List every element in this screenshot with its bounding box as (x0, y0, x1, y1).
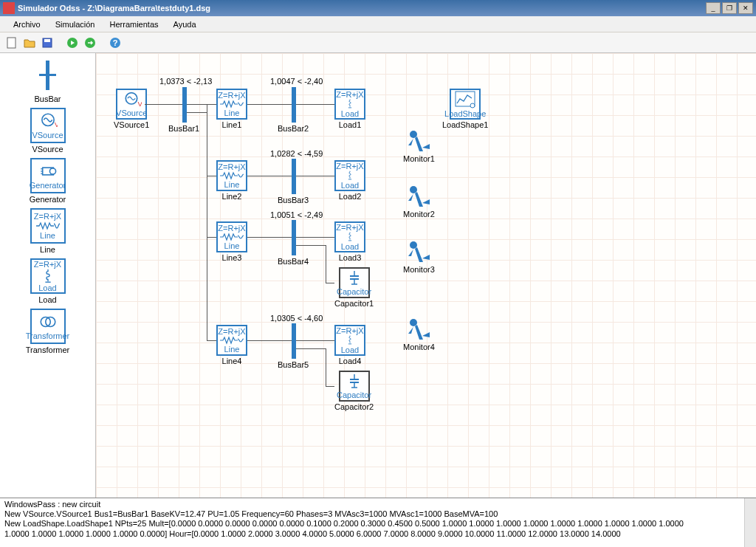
palette-generator[interactable]: Generator Generator (30, 158, 66, 204)
svg-point-19 (470, 103, 475, 108)
wire (296, 348, 326, 349)
menubar: Archivo Simulación Herramientas Ayuda (0, 16, 756, 32)
palette-load-label: Load (38, 295, 56, 304)
wire (296, 340, 334, 341)
wire (187, 104, 216, 105)
node-loadshape1[interactable]: LoadShape LoadShape1 (442, 89, 488, 129)
open-file-button[interactable] (22, 35, 37, 50)
monitor-icon (404, 127, 433, 154)
toolbar: ? (0, 32, 756, 53)
node-line3[interactable]: Z=R+jXLine Line3 (216, 221, 247, 262)
palette-vsource-label: VSource (32, 145, 63, 154)
node-line1[interactable]: Z=R+jXLine Line1 (216, 89, 247, 129)
component-palette: BusBar VVSource VSource Generator Genera… (0, 53, 96, 498)
annotation-busbar1: 1,0373 < -2,13 (159, 77, 212, 86)
svg-point-33 (410, 319, 417, 326)
node-busbar1[interactable] (182, 87, 187, 123)
label-busbar5: BusBar5 (278, 360, 309, 369)
node-monitor2[interactable]: Monitor2 (403, 182, 435, 219)
label-busbar3: BusBar3 (278, 196, 309, 204)
palette-busbar[interactable]: BusBar (30, 58, 66, 103)
console-line: WindowsPass : new circuit (4, 500, 752, 509)
monitor-icon (404, 315, 433, 342)
wire (326, 348, 326, 386)
menu-herramientas[interactable]: Herramientas (103, 18, 166, 31)
svg-text:?: ? (113, 38, 118, 47)
run-button[interactable] (65, 35, 80, 50)
palette-transformer-label: Transformer (26, 345, 70, 354)
svg-point-20 (410, 131, 417, 138)
wire (326, 245, 326, 283)
node-monitor3[interactable]: Monitor3 (403, 238, 435, 274)
svg-rect-2 (44, 39, 50, 42)
titlebar: Simulador Odss - Z:\DiagramaBarra\testdu… (0, 0, 756, 16)
node-monitor1[interactable]: Monitor1 (403, 127, 435, 163)
node-busbar2[interactable] (292, 87, 296, 123)
node-load4[interactable]: Z=R+jXLoad Load4 (334, 325, 365, 365)
monitor-icon (404, 182, 433, 209)
save-file-button[interactable] (40, 35, 55, 50)
wire (247, 237, 292, 238)
workspace: BusBar VVSource VSource Generator Genera… (0, 53, 756, 498)
menu-ayuda[interactable]: Ayuda (166, 18, 204, 31)
wire (145, 104, 182, 105)
palette-busbar-label: BusBar (34, 94, 61, 103)
label-busbar2: BusBar2 (278, 124, 309, 133)
wire (326, 283, 334, 283)
close-button[interactable]: ✕ (738, 2, 753, 14)
wire (187, 112, 207, 113)
svg-point-21 (410, 186, 417, 193)
output-console[interactable]: WindowsPass : new circuit New VSource.VS… (0, 498, 756, 547)
svg-text:V: V (54, 121, 57, 128)
palette-line[interactable]: Z=R+jXLine Line (30, 208, 66, 254)
node-capacitor1[interactable]: Capacitor Capacitor1 (334, 267, 374, 308)
next-button[interactable] (83, 35, 97, 50)
label-busbar4: BusBar4 (278, 257, 309, 266)
node-line2[interactable]: Z=R+jXLine Line2 (216, 160, 247, 201)
palette-load[interactable]: Z=R+jXLoad Load (30, 258, 66, 304)
wire (207, 237, 216, 238)
node-vsource1[interactable]: VVSource VSource1 (114, 89, 149, 129)
minimize-button[interactable]: _ (706, 2, 721, 14)
node-capacitor2[interactable]: Capacitor Capacitor2 (334, 371, 374, 411)
wire (296, 237, 334, 238)
palette-generator-label: Generator (30, 195, 66, 204)
wire (296, 245, 326, 246)
wire (296, 176, 334, 176)
node-line4[interactable]: Z=R+jXLine Line4 (216, 325, 247, 365)
node-load2[interactable]: Z=R+jXLoad Load2 (334, 160, 365, 201)
node-busbar3[interactable] (292, 159, 296, 194)
wire (247, 104, 292, 105)
svg-text:V: V (138, 100, 142, 108)
node-monitor4[interactable]: Monitor4 (403, 315, 435, 351)
label-busbar1: BusBar1 (168, 124, 199, 133)
annotation-busbar2: 1,0047 < -2,40 (270, 77, 323, 86)
palette-vsource[interactable]: VVSource VSource (30, 108, 66, 154)
node-load3[interactable]: Z=R+jXLoad Load3 (334, 221, 365, 262)
palette-transformer[interactable]: Transformer Transformer (26, 309, 70, 354)
console-line: 1.0000 1.0000 1.0000 1.0000 1.0000 0.000… (4, 529, 752, 539)
new-file-button[interactable] (4, 35, 19, 50)
annotation-busbar5: 1,0305 < -4,60 (270, 314, 323, 323)
wire (247, 340, 292, 341)
maximize-button[interactable]: ❐ (722, 2, 737, 14)
monitor-icon (404, 238, 433, 264)
menu-archivo[interactable]: Archivo (6, 18, 48, 31)
help-button[interactable]: ? (108, 35, 123, 50)
node-busbar4[interactable] (292, 220, 296, 255)
diagram-canvas[interactable]: 1,0373 < -2,13 1,0047 < -2,40 VVSource V… (96, 53, 756, 498)
window-title: Simulador Odss - Z:\DiagramaBarra\testdu… (18, 4, 706, 13)
wire (207, 176, 216, 176)
console-line: New VSource.VSource1 Bus1=BusBar1 BaseKV… (4, 509, 752, 519)
annotation-busbar3: 1,0282 < -4,59 (270, 149, 323, 158)
app-icon (3, 2, 15, 14)
wire (326, 386, 334, 387)
wire (247, 176, 292, 176)
node-busbar5[interactable] (292, 323, 296, 359)
console-scrollbar[interactable] (744, 498, 756, 547)
menu-simulacion[interactable]: Simulación (48, 18, 103, 31)
svg-point-27 (410, 241, 417, 249)
console-line: New LoadShape.LoadShape1 NPts=25 Mult=[0… (4, 519, 752, 529)
wire (207, 104, 207, 340)
node-load1[interactable]: Z=R+jXLoad Load1 (334, 89, 365, 129)
